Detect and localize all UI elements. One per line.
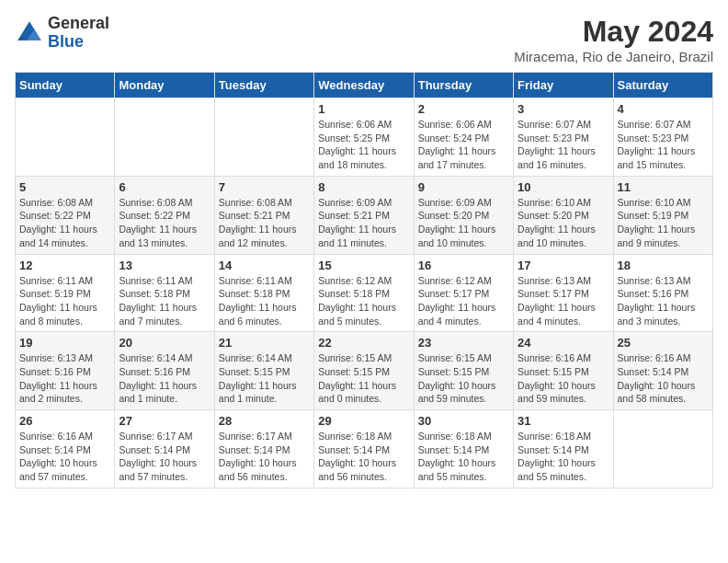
header-wednesday: Wednesday [314,73,414,98]
logo-icon [15,18,44,48]
day-number: 27 [119,414,210,428]
day-number: 3 [518,102,609,116]
day-number: 23 [418,336,509,350]
calendar-cell: 27Sunrise: 6:17 AM Sunset: 5:14 PM Dayli… [115,410,214,488]
logo-blue: Blue [48,33,109,52]
day-info: Sunrise: 6:11 AM Sunset: 5:19 PM Dayligh… [19,274,110,328]
calendar-cell: 16Sunrise: 6:12 AM Sunset: 5:17 PM Dayli… [414,254,513,332]
calendar-cell: 31Sunrise: 6:18 AM Sunset: 5:14 PM Dayli… [514,410,613,488]
day-info: Sunrise: 6:08 AM Sunset: 5:21 PM Dayligh… [219,196,310,250]
day-number: 21 [219,336,310,350]
day-info: Sunrise: 6:12 AM Sunset: 5:18 PM Dayligh… [318,274,409,328]
calendar-cell: 23Sunrise: 6:15 AM Sunset: 5:15 PM Dayli… [414,332,513,410]
day-number: 20 [119,336,210,350]
header-friday: Friday [514,73,613,98]
day-number: 10 [518,180,609,194]
day-info: Sunrise: 6:13 AM Sunset: 5:16 PM Dayligh… [618,274,709,328]
calendar-cell: 5Sunrise: 6:08 AM Sunset: 5:22 PM Daylig… [16,176,115,254]
calendar-cell [613,410,712,488]
logo: General Blue [15,15,109,52]
day-number: 29 [318,414,409,428]
calendar-cell: 28Sunrise: 6:17 AM Sunset: 5:14 PM Dayli… [214,410,313,488]
day-info: Sunrise: 6:14 AM Sunset: 5:15 PM Dayligh… [219,351,310,406]
page-header: General Blue May 2024 Miracema, Rio de J… [15,15,713,64]
day-info: Sunrise: 6:16 AM Sunset: 5:14 PM Dayligh… [19,430,110,484]
day-info: Sunrise: 6:11 AM Sunset: 5:18 PM Dayligh… [219,274,310,328]
day-info: Sunrise: 6:07 AM Sunset: 5:23 PM Dayligh… [618,118,709,172]
calendar-cell: 25Sunrise: 6:16 AM Sunset: 5:14 PM Dayli… [613,332,712,410]
calendar-cell: 4Sunrise: 6:07 AM Sunset: 5:23 PM Daylig… [613,98,712,177]
month-year: May 2024 [514,15,713,49]
day-info: Sunrise: 6:13 AM Sunset: 5:17 PM Dayligh… [518,274,609,328]
day-number: 4 [618,102,709,116]
calendar-cell: 18Sunrise: 6:13 AM Sunset: 5:16 PM Dayli… [613,254,712,332]
day-info: Sunrise: 6:15 AM Sunset: 5:15 PM Dayligh… [318,351,409,406]
calendar-cell: 14Sunrise: 6:11 AM Sunset: 5:18 PM Dayli… [214,254,313,332]
day-info: Sunrise: 6:07 AM Sunset: 5:23 PM Dayligh… [518,118,609,172]
day-info: Sunrise: 6:06 AM Sunset: 5:25 PM Dayligh… [318,118,409,172]
calendar-cell: 12Sunrise: 6:11 AM Sunset: 5:19 PM Dayli… [16,254,115,332]
day-info: Sunrise: 6:15 AM Sunset: 5:15 PM Dayligh… [418,351,509,406]
day-info: Sunrise: 6:09 AM Sunset: 5:20 PM Dayligh… [418,196,509,250]
day-number: 30 [418,414,509,428]
day-info: Sunrise: 6:10 AM Sunset: 5:19 PM Dayligh… [618,196,709,250]
day-number: 6 [119,180,210,194]
day-number: 16 [418,259,509,272]
calendar-cell: 11Sunrise: 6:10 AM Sunset: 5:19 PM Dayli… [613,176,712,254]
calendar-cell: 29Sunrise: 6:18 AM Sunset: 5:14 PM Dayli… [314,410,414,488]
day-number: 24 [518,336,609,350]
header-monday: Monday [115,73,214,98]
day-info: Sunrise: 6:18 AM Sunset: 5:14 PM Dayligh… [518,430,609,484]
day-number: 14 [219,259,310,272]
day-info: Sunrise: 6:18 AM Sunset: 5:14 PM Dayligh… [418,430,509,484]
calendar-header: SundayMondayTuesdayWednesdayThursdayFrid… [16,73,713,98]
day-info: Sunrise: 6:18 AM Sunset: 5:14 PM Dayligh… [318,430,409,484]
calendar-cell: 24Sunrise: 6:16 AM Sunset: 5:15 PM Dayli… [514,332,613,410]
day-number: 11 [618,180,709,194]
day-number: 13 [119,259,210,272]
calendar-cell: 15Sunrise: 6:12 AM Sunset: 5:18 PM Dayli… [314,254,414,332]
day-number: 7 [219,180,310,194]
day-number: 28 [219,414,310,428]
calendar-cell: 26Sunrise: 6:16 AM Sunset: 5:14 PM Dayli… [16,410,115,488]
day-number: 25 [618,336,709,350]
calendar-cell: 30Sunrise: 6:18 AM Sunset: 5:14 PM Dayli… [414,410,513,488]
calendar-cell [16,98,115,177]
header-tuesday: Tuesday [214,73,313,98]
header-row: SundayMondayTuesdayWednesdayThursdayFrid… [16,73,713,98]
calendar-cell: 7Sunrise: 6:08 AM Sunset: 5:21 PM Daylig… [214,176,313,254]
day-number: 17 [518,259,609,272]
calendar-cell: 21Sunrise: 6:14 AM Sunset: 5:15 PM Dayli… [214,332,313,410]
calendar-body: 1Sunrise: 6:06 AM Sunset: 5:25 PM Daylig… [16,98,713,488]
day-number: 9 [418,180,509,194]
calendar-cell: 8Sunrise: 6:09 AM Sunset: 5:21 PM Daylig… [314,176,414,254]
day-number: 22 [318,336,409,350]
calendar-cell: 6Sunrise: 6:08 AM Sunset: 5:22 PM Daylig… [115,176,214,254]
calendar-cell: 9Sunrise: 6:09 AM Sunset: 5:20 PM Daylig… [414,176,513,254]
day-number: 2 [418,102,509,116]
calendar-cell: 1Sunrise: 6:06 AM Sunset: 5:25 PM Daylig… [314,98,414,177]
day-number: 5 [19,180,110,194]
logo-general: General [48,15,109,33]
day-number: 18 [618,259,709,272]
week-row-2: 5Sunrise: 6:08 AM Sunset: 5:22 PM Daylig… [16,176,713,254]
calendar-cell: 3Sunrise: 6:07 AM Sunset: 5:23 PM Daylig… [514,98,613,177]
day-info: Sunrise: 6:14 AM Sunset: 5:16 PM Dayligh… [119,351,210,406]
day-info: Sunrise: 6:11 AM Sunset: 5:18 PM Dayligh… [119,274,210,328]
day-info: Sunrise: 6:13 AM Sunset: 5:16 PM Dayligh… [19,351,110,406]
day-info: Sunrise: 6:08 AM Sunset: 5:22 PM Dayligh… [19,196,110,250]
day-info: Sunrise: 6:16 AM Sunset: 5:14 PM Dayligh… [618,351,709,406]
day-number: 1 [318,102,409,116]
day-info: Sunrise: 6:12 AM Sunset: 5:17 PM Dayligh… [418,274,509,328]
calendar-cell: 19Sunrise: 6:13 AM Sunset: 5:16 PM Dayli… [16,332,115,410]
day-number: 12 [19,259,110,272]
title-block: May 2024 Miracema, Rio de Janeiro, Brazi… [514,15,713,64]
calendar-cell: 20Sunrise: 6:14 AM Sunset: 5:16 PM Dayli… [115,332,214,410]
header-saturday: Saturday [613,73,712,98]
location: Miracema, Rio de Janeiro, Brazil [514,49,713,64]
logo-text: General Blue [48,15,109,52]
calendar-cell: 22Sunrise: 6:15 AM Sunset: 5:15 PM Dayli… [314,332,414,410]
week-row-5: 26Sunrise: 6:16 AM Sunset: 5:14 PM Dayli… [16,410,713,488]
calendar-cell: 10Sunrise: 6:10 AM Sunset: 5:20 PM Dayli… [514,176,613,254]
day-info: Sunrise: 6:17 AM Sunset: 5:14 PM Dayligh… [219,430,310,484]
